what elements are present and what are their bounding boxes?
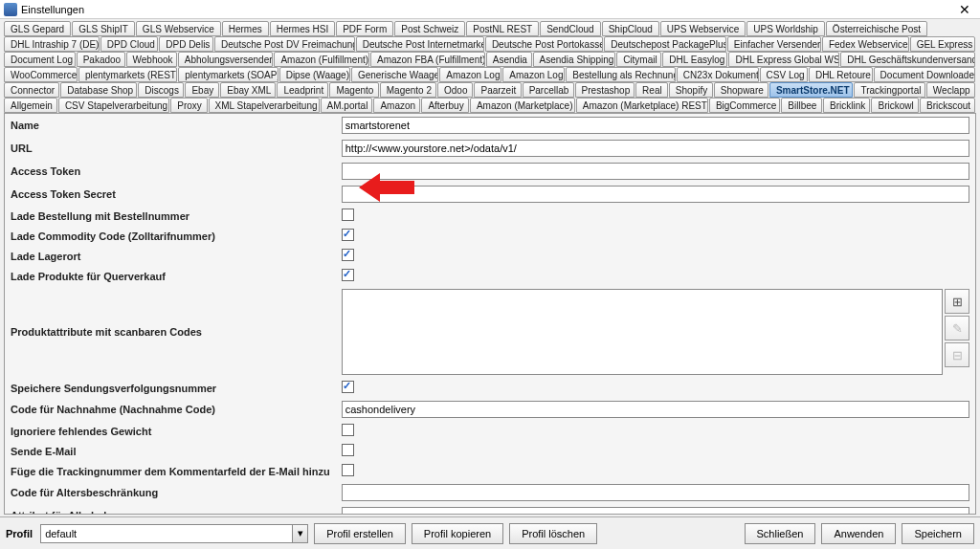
tab-deutschepost-packageplus[interactable]: Deutschepost PackagePlus xyxy=(604,36,726,52)
schliessen-button[interactable]: Schließen xyxy=(745,523,816,544)
tab-fedex-webservice[interactable]: Fedex Webservice xyxy=(822,36,909,52)
tab-plentymarkets-soap-[interactable]: plentymarkets (SOAP) xyxy=(178,67,278,82)
close-icon[interactable]: ✕ xyxy=(953,2,976,17)
tab-weclapp[interactable]: Weclapp xyxy=(926,82,975,98)
profil-loeschen-button[interactable]: Profil löschen xyxy=(509,523,597,544)
url-input[interactable] xyxy=(342,140,969,157)
tab-hermes[interactable]: Hermes xyxy=(222,21,269,36)
tab-gls-shipit[interactable]: GLS ShipIT xyxy=(72,21,135,36)
tab-dhl-intraship-7-de-[interactable]: DHL Intraship 7 (DE) xyxy=(4,36,100,52)
speichern-button[interactable]: Speichern xyxy=(902,523,974,544)
edit-button[interactable]: ✎ xyxy=(945,316,969,340)
tab-afterbuy[interactable]: Afterbuy xyxy=(421,98,469,113)
tab-hermes-hsi[interactable]: Hermes HSI xyxy=(270,21,335,36)
tab--sterreichische-post[interactable]: Österreichische Post xyxy=(826,21,927,36)
remove-button[interactable]: ⊟ xyxy=(945,342,969,367)
lade-lagerort-checkbox[interactable] xyxy=(342,249,354,261)
lade-commodity-checkbox[interactable] xyxy=(342,229,354,241)
tab-dpd-delis[interactable]: DPD Delis xyxy=(159,36,213,52)
tab-dhl-retoure[interactable]: DHL Retoure xyxy=(809,67,873,82)
tab-real[interactable]: Real xyxy=(635,82,668,98)
tab-xml-stapelverarbeitung[interactable]: XML Stapelverarbeitung xyxy=(209,98,320,113)
tab-dhl-easylog[interactable]: DHL Easylog xyxy=(662,52,727,67)
tab-amazon-log[interactable]: Amazon Log xyxy=(439,67,501,82)
tab-am-portal[interactable]: AM.portal xyxy=(321,98,373,113)
tab-gls-gepard[interactable]: GLS Gepard xyxy=(4,21,71,36)
tab-amazon-log[interactable]: Amazon Log xyxy=(502,67,565,82)
tab-amazon-marketplace-[interactable]: Amazon (Marketplace) xyxy=(470,98,575,113)
tab-ebay-xml[interactable]: Ebay XML xyxy=(220,82,276,98)
tab-bestellung-als-rechnung[interactable]: Bestellung als Rechnung xyxy=(566,67,676,82)
profil-erstellen-button[interactable]: Profil erstellen xyxy=(314,523,406,544)
tab-ebay[interactable]: Ebay xyxy=(185,82,219,98)
lade-bestellung-checkbox[interactable] xyxy=(342,209,354,221)
tab-csv-stapelverarbeitung[interactable]: CSV Stapelverarbeitung xyxy=(58,98,169,113)
tab-document-downloader[interactable]: Document Downloader xyxy=(874,67,975,82)
tab-post-schweiz[interactable]: Post Schweiz xyxy=(394,21,465,36)
tab-citymail[interactable]: Citymail xyxy=(616,52,661,67)
attribut-alkohol-input[interactable] xyxy=(342,507,969,515)
tab-prestashop[interactable]: Prestashop xyxy=(575,82,635,98)
tab-trackingportal[interactable]: Trackingportal xyxy=(854,82,924,98)
tab-bricklink[interactable]: Bricklink xyxy=(823,98,871,113)
tab-connector[interactable]: Connector xyxy=(4,82,59,98)
tab-asendia-shipping[interactable]: Asendia Shipping xyxy=(533,52,616,67)
tab-deutsche-post-internetmarke[interactable]: Deutsche Post Internetmarke xyxy=(356,36,484,52)
tab-dhl-express-global-ws[interactable]: DHL Express Global WS xyxy=(728,52,839,67)
tab-parcellab[interactable]: Parcellab xyxy=(523,82,574,98)
ignoriere-gewicht-checkbox[interactable] xyxy=(342,424,354,436)
tab-billbee[interactable]: Billbee xyxy=(781,98,822,113)
tab-shopware[interactable]: Shopware xyxy=(714,82,768,98)
tab-database-shop[interactable]: Database Shop xyxy=(60,82,137,98)
profil-select[interactable]: default ▾ xyxy=(40,524,308,543)
tab-amazon-fba-fulfillment-[interactable]: Amazon FBA (Fulfillment) xyxy=(370,52,485,67)
tab-magento[interactable]: Magento xyxy=(329,82,378,98)
add-button[interactable]: ⊞ xyxy=(945,289,969,314)
tab-amazon-fulfillment-[interactable]: Amazon (Fulfillment) xyxy=(274,52,369,67)
tab-webhook[interactable]: Webhook xyxy=(126,52,177,67)
tab-cn23x-dokument[interactable]: CN23x Dokument xyxy=(677,67,759,82)
tab-dipse-waage-[interactable]: Dipse (Waage) xyxy=(279,67,350,82)
tab-shipcloud[interactable]: ShipCloud xyxy=(602,21,659,36)
tab-sendcloud[interactable]: SendCloud xyxy=(540,21,600,36)
tab-woocommerce[interactable]: WooCommerce xyxy=(4,67,78,82)
profil-kopieren-button[interactable]: Profil kopieren xyxy=(412,523,503,544)
tab-pdf-form[interactable]: PDF Form xyxy=(336,21,393,36)
tab-amazon[interactable]: Amazon xyxy=(373,98,420,113)
tab-gls-webservice[interactable]: GLS Webservice xyxy=(136,21,221,36)
speichere-sendung-checkbox[interactable] xyxy=(342,381,354,393)
code-nachnahme-input[interactable] xyxy=(342,401,969,418)
tab-allgemein[interactable]: Allgemein xyxy=(4,98,57,113)
tab-brickowl[interactable]: Brickowl xyxy=(871,98,919,113)
tab-deutsche-post-portokasse[interactable]: Deutsche Post Portokasse xyxy=(485,36,603,52)
sende-email-checkbox[interactable] xyxy=(342,444,354,456)
tab-magento-2[interactable]: Magento 2 xyxy=(380,82,436,98)
tab-proxy[interactable]: Proxy xyxy=(170,98,207,113)
tab-pakadoo[interactable]: Pakadoo xyxy=(77,52,125,67)
tab-ups-worldship[interactable]: UPS Worldship xyxy=(746,21,825,36)
tab-odoo[interactable]: Odoo xyxy=(437,82,473,98)
tab-shopify[interactable]: Shopify xyxy=(669,82,713,98)
tab-deutsche-post-dv-freimachung[interactable]: Deutsche Post DV Freimachung xyxy=(214,36,355,52)
access-token-input[interactable] xyxy=(342,163,969,180)
tab-smartstore-net[interactable]: SmartStore.NET xyxy=(769,82,854,98)
tab-asendia[interactable]: Asendia xyxy=(486,52,532,67)
tab-amazon-marketplace-rest[interactable]: Amazon (Marketplace) REST xyxy=(576,98,708,113)
tracking-kommentar-checkbox[interactable] xyxy=(342,464,354,476)
tab-generische-waage[interactable]: Generische Waage xyxy=(351,67,438,82)
tab-brickscout[interactable]: Brickscout xyxy=(920,98,975,113)
tab-einfacher-versender[interactable]: Einfacher Versender xyxy=(727,36,821,52)
tab-dpd-cloud[interactable]: DPD Cloud xyxy=(100,36,158,52)
tab-ups-webservice[interactable]: UPS Webservice xyxy=(660,21,746,36)
tab-plentymarkets-rest-[interactable]: plentymarkets (REST) xyxy=(78,67,177,82)
tab-abholungsversender[interactable]: Abholungsversender xyxy=(178,52,274,67)
tab-postnl-rest[interactable]: PostNL REST xyxy=(466,21,539,36)
produktattribute-textarea[interactable] xyxy=(342,289,943,375)
name-input[interactable] xyxy=(342,117,969,134)
tab-bigcommerce[interactable]: BigCommerce xyxy=(709,98,780,113)
code-alter-input[interactable] xyxy=(342,484,969,501)
access-token-secret-input[interactable] xyxy=(342,186,969,203)
tab-dhl-gesch-ftskundenversand[interactable]: DHL Geschäftskundenversand xyxy=(840,52,975,67)
tab-document-log[interactable]: Document Log xyxy=(4,52,76,67)
tab-leadprint[interactable]: Leadprint xyxy=(277,82,328,98)
